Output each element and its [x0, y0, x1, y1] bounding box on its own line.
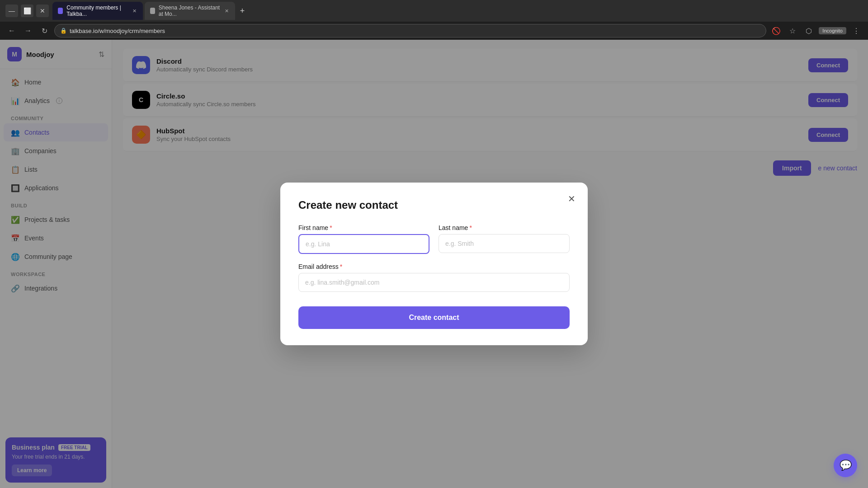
- tab-favicon-1: [58, 8, 63, 14]
- first-name-required: *: [330, 224, 332, 231]
- tab-title-2: Sheena Jones - Assistant at Mo...: [159, 5, 221, 17]
- email-label: Email address *: [298, 263, 570, 270]
- back-button[interactable]: ←: [5, 24, 18, 37]
- lock-icon: 🔒: [60, 28, 67, 34]
- first-name-label: First name *: [298, 224, 429, 231]
- last-name-required: *: [469, 224, 472, 231]
- modal-close-button[interactable]: ✕: [564, 192, 579, 206]
- browser-actions: 🚫 ☆ ⬡ Incognito ⋮: [770, 24, 863, 37]
- tab-sheena-jones[interactable]: Sheena Jones - Assistant at Mo... ✕: [145, 2, 235, 20]
- first-name-group: First name *: [298, 224, 429, 254]
- reload-button[interactable]: ↻: [38, 24, 51, 37]
- incognito-badge: Incognito: [819, 27, 846, 34]
- create-contact-modal: ✕ Create new contact First name * Last n…: [280, 183, 588, 345]
- bookmark-icon[interactable]: ☆: [786, 24, 799, 37]
- tab-community-members[interactable]: Community members | Talkba... ✕: [52, 2, 143, 20]
- last-name-label: Last name *: [439, 224, 570, 231]
- modal-title: Create new contact: [298, 199, 570, 211]
- maximize-button[interactable]: ⬜: [21, 5, 33, 17]
- tab-close-1[interactable]: ✕: [132, 7, 137, 14]
- url-text: talkbase.io/w/moodjoy/crm/members: [70, 28, 165, 34]
- minimize-button[interactable]: —: [5, 5, 18, 17]
- menu-icon[interactable]: ⋮: [850, 24, 863, 37]
- address-bar-row: ← → ↻ 🔒 talkbase.io/w/moodjoy/crm/member…: [0, 22, 868, 40]
- tab-close-2[interactable]: ✕: [224, 7, 230, 14]
- split-view-icon[interactable]: ⬡: [802, 24, 815, 37]
- tab-bar: Community members | Talkba... ✕ Sheena J…: [52, 2, 863, 20]
- chat-fab-button[interactable]: 💬: [834, 454, 857, 477]
- last-name-input[interactable]: [439, 234, 570, 253]
- name-form-row: First name * Last name *: [298, 224, 570, 254]
- browser-chrome: — ⬜ ✕ Community members | Talkba... ✕ Sh…: [0, 0, 868, 22]
- new-tab-button[interactable]: +: [237, 5, 248, 16]
- forward-button[interactable]: →: [22, 24, 34, 37]
- tab-favicon-2: [150, 8, 155, 14]
- address-bar[interactable]: 🔒 talkbase.io/w/moodjoy/crm/members: [54, 24, 766, 38]
- browser-controls: — ⬜ ✕: [5, 5, 49, 17]
- email-group: Email address *: [298, 263, 570, 292]
- create-contact-button[interactable]: Create contact: [298, 306, 570, 329]
- eye-slash-icon[interactable]: 🚫: [770, 24, 783, 37]
- close-window-button[interactable]: ✕: [36, 5, 49, 17]
- last-name-group: Last name *: [439, 224, 570, 254]
- email-required: *: [340, 263, 342, 270]
- tab-title-1: Community members | Talkba...: [66, 5, 128, 17]
- modal-overlay[interactable]: ✕ Create new contact First name * Last n…: [0, 40, 868, 488]
- email-input[interactable]: [298, 273, 570, 292]
- first-name-input[interactable]: [298, 234, 429, 254]
